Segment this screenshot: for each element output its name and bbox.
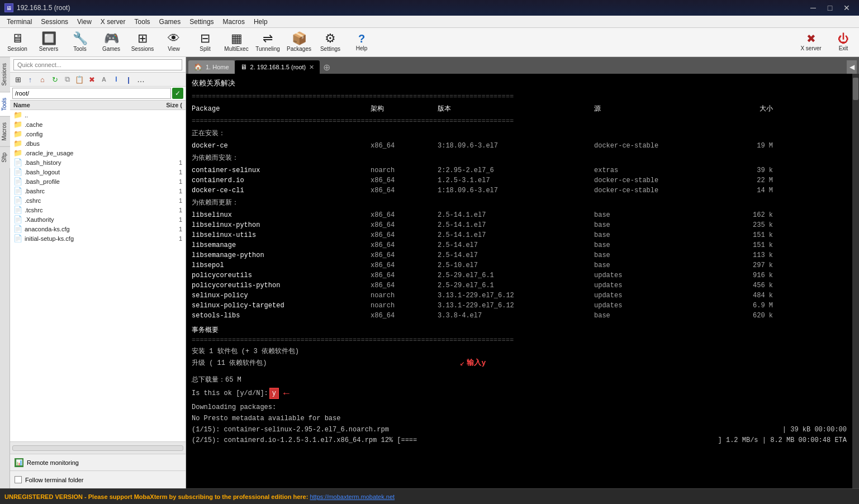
status-unregistered: UNREGISTERED VERSION - Please support Mo… — [4, 493, 308, 500]
file-tb-dots[interactable]: … — [135, 74, 146, 85]
toolbar-games[interactable]: 🎮 Games — [96, 30, 126, 55]
annotation-text: 输入y — [467, 358, 486, 369]
menu-macros[interactable]: Macros — [219, 17, 249, 27]
list-item[interactable]: 📄 .bashrc 1 — [10, 186, 186, 196]
status-link[interactable]: https://mobaxterm.mobatek.net — [310, 493, 395, 500]
toolbar-packages[interactable]: 📦 Packages — [284, 30, 314, 55]
tab-add-button[interactable]: ⊕ — [320, 60, 333, 74]
file-tb-delete[interactable]: ✖ — [86, 74, 97, 85]
close-button[interactable]: ✕ — [839, 2, 855, 14]
menu-sessions[interactable]: Sessions — [36, 17, 73, 27]
file-tb-grid[interactable]: ⊞ — [12, 74, 23, 85]
scroll-track — [12, 445, 183, 451]
list-item[interactable]: 📁 .. — [10, 110, 186, 120]
menu-tools[interactable]: Tools — [130, 17, 155, 27]
pkg-container-selinux-row: container-selinux noarch 2:2.95-2.el7_6 … — [192, 165, 847, 175]
list-item[interactable]: 📁 .dbus — [10, 139, 186, 148]
file-tb-up[interactable]: ↑ — [25, 74, 36, 85]
multiexec-icon: ▦ — [231, 32, 243, 45]
toolbar: 🖥 Session 🔲 Servers 🔧 Tools 🎮 Games ⊞ Se… — [0, 28, 859, 57]
list-item[interactable]: 📁 .config — [10, 129, 186, 139]
toolbar-exit[interactable]: ⏻ Exit — [830, 30, 857, 55]
file-tb-refresh[interactable]: ↻ — [49, 74, 60, 85]
file-tb-newfile[interactable]: A — [98, 74, 110, 85]
list-item[interactable]: 📄 .bash_history 1 — [10, 158, 186, 167]
list-item[interactable]: 📄 .bash_logout 1 — [10, 167, 186, 177]
pkg-policycoreutils-python-row: policycoreutils-python x86_64 2.5-29.el7… — [192, 280, 847, 291]
file-tb-edit[interactable]: I — [111, 74, 122, 85]
toolbar-settings[interactable]: ⚙ Settings — [315, 30, 345, 55]
pkg-csel-src: extras — [594, 165, 728, 175]
toolbar-multiexec[interactable]: ▦ MultiExec — [221, 30, 251, 55]
vtab-tools[interactable]: Tools — [0, 92, 10, 116]
tab-ssh[interactable]: 🖥 2. 192.168.1.5 (root) ✕ — [235, 60, 320, 74]
scrollbar-thumb[interactable] — [853, 78, 858, 100]
path-input[interactable] — [12, 88, 171, 99]
home-tab-icon: 🏠 — [194, 63, 202, 71]
file-tb-home[interactable]: ⌂ — [37, 74, 48, 85]
terminal-output[interactable]: 依赖关系解决 =================================… — [186, 74, 852, 488]
toolbar-split[interactable]: ⊟ Split — [190, 30, 220, 55]
tab-home[interactable]: 🏠 1. Home — [188, 60, 235, 74]
list-item[interactable]: 📄 .Xauthority 1 — [10, 215, 186, 224]
vtab-macros[interactable]: Macros — [0, 116, 10, 146]
file-header-size: Size ( — [149, 102, 182, 108]
col-header-source: 源 — [594, 104, 728, 114]
path-ok-button[interactable]: ✓ — [172, 88, 183, 99]
col-header-arch: 架构 — [371, 104, 438, 114]
list-item[interactable]: 📄 initial-setup-ks.cfg 1 — [10, 234, 186, 243]
tools-icon: 🔧 — [73, 32, 88, 45]
toolbar-help-label: Help — [356, 45, 368, 51]
toolbar-tools[interactable]: 🔧 Tools — [65, 30, 95, 55]
minimize-button[interactable]: ─ — [805, 2, 821, 14]
pkg-csel-size: 39 k — [728, 165, 773, 175]
pkg-libselinux-python-row: libselinux-python x86_64 2.5-14.1.el7 ba… — [192, 220, 847, 230]
sidebar-scrollbar[interactable] — [10, 441, 186, 454]
list-item[interactable]: 📄 .cshrc 1 — [10, 196, 186, 205]
follow-folder-label: Follow terminal folder — [25, 477, 84, 483]
list-item[interactable]: 📄 anaconda-ks.cfg 1 — [10, 224, 186, 234]
tab-ssh-label: 2. 192.168.1.5 (root) — [250, 64, 306, 70]
section-summary-label: 事务概要 — [192, 325, 847, 335]
list-item[interactable]: 📁 .oracle_jre_usage — [10, 148, 186, 158]
toolbar-help[interactable]: ? Help — [347, 30, 377, 55]
toolbar-xserver[interactable]: ✖ X server — [793, 30, 829, 55]
col-header-package: Package — [192, 104, 371, 114]
toolbar-sessions[interactable]: ⊞ Sessions — [127, 30, 158, 55]
toolbar-tunneling[interactable]: ⇌ Tunneling — [253, 30, 283, 55]
menu-settings[interactable]: Settings — [185, 17, 218, 27]
maximize-button[interactable]: □ — [822, 2, 838, 14]
terminal-area: 🏠 1. Home 🖥 2. 192.168.1.5 (root) ✕ ⊕ ◀ … — [186, 57, 859, 488]
tab-close-button[interactable]: ✕ — [309, 64, 314, 71]
quick-connect-bar — [10, 57, 186, 73]
file-tb-copy[interactable]: ⧉ — [61, 74, 73, 85]
servers-icon: 🔲 — [41, 32, 56, 45]
pkg-docker-ce-size: 19 M — [728, 141, 773, 151]
quick-connect-input[interactable] — [13, 59, 182, 70]
file-tb-paste[interactable]: 📋 — [74, 74, 85, 85]
menu-view[interactable]: View — [73, 17, 96, 27]
pkg-csel-arch: noarch — [371, 165, 438, 175]
vtab-sftp[interactable]: Sftp — [0, 146, 10, 168]
remote-monitoring-label[interactable]: Remote monitoring — [27, 459, 79, 466]
menu-help[interactable]: Help — [249, 17, 272, 27]
toolbar-session[interactable]: 🖥 Session — [2, 30, 32, 55]
list-item[interactable]: 📄 .bash_profile 1 — [10, 177, 186, 186]
vtab-sessions[interactable]: Sessions — [0, 57, 10, 92]
menu-terminal[interactable]: Terminal — [2, 17, 36, 27]
terminal-scrollbar[interactable] — [852, 74, 859, 488]
sidebar-toggle-right[interactable]: ◀ — [847, 60, 857, 74]
toolbar-servers[interactable]: 🔲 Servers — [34, 30, 64, 55]
prompt-line: Is this ok [y/d/N]: y ← — [192, 386, 847, 401]
list-item[interactable]: 📁 .cache — [10, 120, 186, 129]
list-item[interactable]: 📄 .tcshrc 1 — [10, 205, 186, 215]
file-item-name: initial-setup-ks.cfg — [25, 235, 146, 242]
pkg-selinux-policy-row: selinux-policy noarch 3.13.1-229.el7_6.1… — [192, 291, 847, 301]
file-tb-settings2[interactable]: | — [123, 74, 134, 85]
menu-games[interactable]: Games — [155, 17, 186, 27]
view-icon: 👁 — [168, 32, 180, 45]
follow-folder-checkbox[interactable] — [15, 476, 22, 483]
toolbar-view[interactable]: 👁 View — [159, 30, 189, 55]
pkg-docker-cli: docker-ce-cli — [192, 186, 371, 196]
menu-xserver[interactable]: X server — [96, 17, 130, 27]
